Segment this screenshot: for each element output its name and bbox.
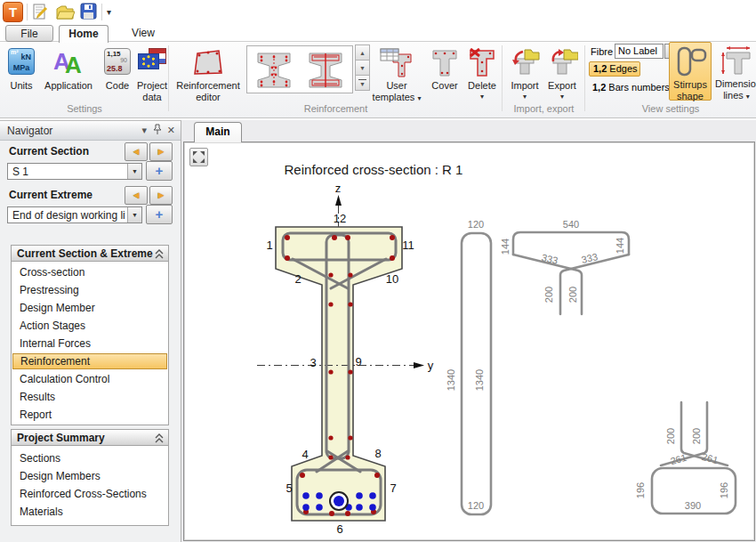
- project-summary-group-header[interactable]: Project Summary: [11, 429, 169, 446]
- plus-icon: +: [156, 163, 164, 178]
- next-extreme-button[interactable]: ►: [149, 186, 173, 205]
- nav-item-calculation-control[interactable]: Calculation Control: [12, 370, 168, 388]
- dimension-lines-icon: [719, 44, 754, 77]
- application-button[interactable]: A A Application: [40, 44, 97, 101]
- dim-bulb-bottom: 390: [685, 500, 701, 511]
- group-label-import-export: Import, export: [503, 102, 585, 115]
- ribbon-tab-row: File Home View: [0, 25, 756, 42]
- dimension-lines-button[interactable]: Dimension lines ▾: [715, 42, 756, 101]
- reinforcement-editor-button[interactable]: Reinforcement editor: [174, 44, 242, 101]
- dim-flange-leg-left: 200: [543, 287, 554, 303]
- zoom-fit-button[interactable]: [189, 148, 208, 166]
- export-icon: [546, 48, 578, 76]
- template-ibeam-lines[interactable]: [306, 50, 345, 94]
- add-section-button[interactable]: +: [146, 161, 173, 181]
- dropdown-caret-icon: ▾: [464, 92, 500, 102]
- nav-item-reinforcement[interactable]: Reinforcement: [12, 353, 167, 369]
- nav-item-internal-forces[interactable]: Internal Forces: [12, 335, 168, 352]
- fibre-select[interactable]: No Label: [615, 44, 664, 59]
- template-ibeam-dots[interactable]: [254, 50, 294, 94]
- group-label-view-settings: View settings: [585, 102, 756, 115]
- stirrups-shape-button[interactable]: Stirrups shape: [669, 42, 712, 101]
- dropdown-arrow-icon[interactable]: ▼: [127, 207, 141, 222]
- dim-bulb-side-left: 196: [635, 482, 646, 498]
- nav-item-sections[interactable]: Sections: [12, 449, 168, 467]
- z-axis-label: z: [335, 182, 342, 195]
- tab-file[interactable]: File: [5, 25, 53, 42]
- right-arrow-icon: ►: [157, 146, 166, 157]
- nav-item-report[interactable]: Report: [12, 406, 168, 424]
- project-data-button[interactable]: Project data: [135, 44, 169, 101]
- group-label-reinforcement: Reinforcement: [169, 102, 503, 115]
- gallery-up-button[interactable]: ▲: [355, 44, 370, 61]
- edges-toggle[interactable]: 1,2 Edges: [589, 61, 640, 77]
- current-extreme-label: Current Extreme: [9, 189, 92, 201]
- dim-bulb-side-right: 196: [719, 482, 729, 498]
- tab-view[interactable]: View: [119, 25, 167, 42]
- dropdown-caret-icon: ▾: [746, 93, 750, 101]
- close-icon[interactable]: ✕: [167, 125, 175, 136]
- dim-flange-slope-left: 333: [541, 252, 559, 266]
- code-icon: 1,15 90 25.8: [104, 48, 131, 75]
- project-data-icon: [138, 48, 166, 73]
- navigator-title: Navigator: [7, 125, 52, 137]
- tab-home[interactable]: Home: [59, 25, 109, 43]
- dropdown-caret-icon: ▾: [506, 92, 543, 102]
- dim-web-bottom: 120: [468, 500, 484, 511]
- new-document-button[interactable]: [31, 3, 51, 22]
- dropdown-arrow-icon[interactable]: ▼: [127, 164, 141, 179]
- open-folder-icon: [55, 3, 75, 22]
- new-document-icon: [31, 3, 51, 22]
- current-extreme-select[interactable]: End of design working life ▼: [7, 206, 142, 223]
- prev-section-button[interactable]: ◄: [125, 142, 148, 161]
- nav-item-prestressing[interactable]: Prestressing: [12, 281, 168, 299]
- ribbon-group-import-export: Import ▾ Export ▾ Import, export: [503, 42, 585, 118]
- save-icon: [80, 3, 98, 20]
- bar-label-3: 3: [310, 356, 316, 369]
- nav-item-materials[interactable]: Materials: [12, 503, 168, 521]
- current-section-select[interactable]: S 1 ▼: [7, 163, 142, 180]
- tab-main[interactable]: Main: [194, 122, 242, 142]
- dim-flange-leg-right: 200: [567, 287, 578, 303]
- bar-label-6: 6: [336, 522, 342, 536]
- section-extreme-group-header[interactable]: Current Section & Extreme: [11, 245, 169, 262]
- save-button[interactable]: [80, 3, 100, 22]
- units-button[interactable]: m² kN MPa Units: [4, 44, 39, 101]
- nav-item-cross-section[interactable]: Cross-section: [12, 263, 168, 281]
- user-templates-icon: [380, 48, 414, 77]
- current-section-label: Current Section: [9, 145, 89, 158]
- nav-item-action-stages[interactable]: Action Stages: [12, 317, 168, 335]
- gallery-more-button[interactable]: ▼: [355, 75, 370, 91]
- nav-item-design-member[interactable]: Design Member: [12, 299, 168, 317]
- delete-icon: [469, 48, 495, 77]
- application-icon: A A: [53, 48, 84, 77]
- divider: [101, 4, 102, 20]
- bars-numbers-toggle[interactable]: 1,2 Bars numbers: [589, 82, 670, 93]
- cross-section-shape: [276, 227, 402, 521]
- user-templates-button[interactable]: User templates ▾: [372, 44, 422, 101]
- nav-item-reinforced-cross-sections[interactable]: Reinforced Cross-Sections: [12, 485, 168, 503]
- panel-menu-icon[interactable]: ▾: [141, 125, 147, 136]
- ribbon-group-view-settings: Fibre No Label ▼ 1,2 Edges 1,2 Bars numb…: [585, 42, 756, 118]
- open-button[interactable]: [55, 3, 75, 22]
- prev-extreme-button[interactable]: ◄: [125, 186, 148, 205]
- delete-button[interactable]: Delete ▾: [464, 44, 500, 101]
- cover-button[interactable]: Cover: [425, 44, 464, 101]
- pin-icon[interactable]: [153, 124, 162, 137]
- next-section-button[interactable]: ►: [149, 142, 173, 161]
- toolbar-more-icon[interactable]: ▾: [107, 7, 111, 17]
- code-button[interactable]: 1,15 90 25.8 Code: [98, 44, 137, 101]
- gallery-down-button[interactable]: ▼: [355, 60, 370, 76]
- fibre-label: Fibre: [591, 46, 613, 57]
- fit-view-icon: [190, 149, 207, 166]
- export-button[interactable]: Export ▾: [543, 44, 581, 101]
- nav-item-design-members[interactable]: Design Members: [12, 467, 168, 485]
- plus-icon: +: [156, 206, 164, 222]
- nav-item-results[interactable]: Results: [12, 388, 168, 406]
- titlebar: T ▾: [0, 0, 756, 25]
- cover-icon: [431, 48, 458, 77]
- add-extreme-button[interactable]: +: [146, 205, 173, 224]
- divider: [27, 4, 28, 20]
- import-button[interactable]: Import ▾: [506, 44, 543, 101]
- bar-label-12: 12: [334, 212, 346, 225]
